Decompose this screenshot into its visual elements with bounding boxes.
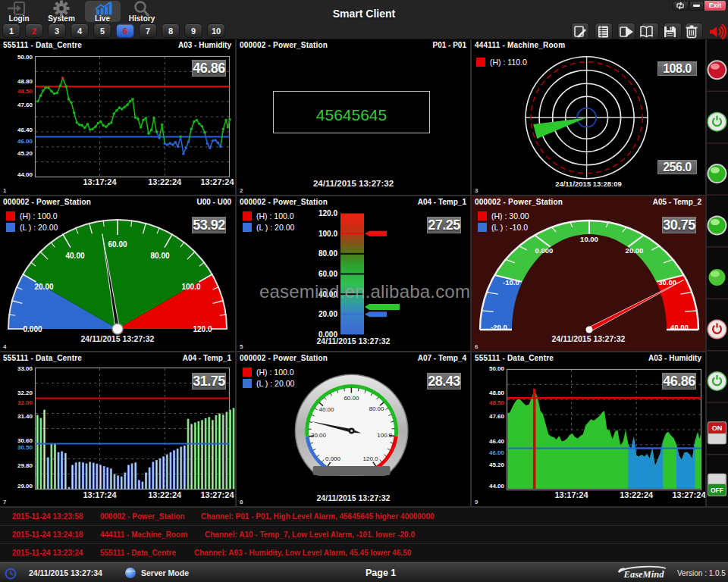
svg-text:48.50: 48.50	[489, 399, 505, 406]
svg-text:60.00: 60.00	[108, 240, 127, 249]
svg-text:60.00: 60.00	[318, 270, 337, 278]
svg-text:0.000: 0.000	[325, 455, 341, 462]
svg-text:20.00: 20.00	[34, 283, 53, 291]
svg-text:80.00: 80.00	[318, 249, 337, 258]
svg-text:13:27:24: 13:27:24	[200, 177, 234, 186]
svg-text:OFF: OFF	[711, 487, 723, 494]
svg-text:30.60: 30.60	[17, 437, 33, 444]
svg-text:47.60: 47.60	[17, 102, 33, 108]
svg-text:29.00: 29.00	[17, 483, 33, 490]
svg-text:47.60: 47.60	[489, 413, 505, 420]
svg-text:45.20: 45.20	[489, 462, 505, 468]
svg-text:50.00: 50.00	[489, 365, 505, 372]
svg-text:40.00: 40.00	[670, 323, 689, 331]
svg-text:44.00: 44.00	[17, 171, 33, 178]
svg-text:120.0: 120.0	[362, 455, 378, 462]
svg-text:13:22:24: 13:22:24	[148, 490, 182, 499]
svg-text:60.00: 60.00	[344, 395, 359, 402]
svg-text:10.00: 10.00	[580, 235, 598, 243]
svg-text:100.0: 100.0	[318, 230, 337, 238]
svg-text:48.80: 48.80	[17, 78, 33, 85]
svg-text:13:17:24: 13:17:24	[83, 490, 117, 499]
svg-text:13:22:24: 13:22:24	[148, 177, 182, 186]
svg-text:30.50: 30.50	[17, 444, 33, 451]
svg-text:32.00: 32.00	[17, 399, 33, 406]
svg-text:40.00: 40.00	[318, 406, 334, 413]
svg-text:44.00: 44.00	[489, 483, 505, 490]
svg-text:20.00: 20.00	[311, 432, 327, 439]
svg-text:31.40: 31.40	[17, 413, 33, 420]
svg-text:100.0: 100.0	[181, 283, 200, 291]
svg-text:0.000: 0.000	[535, 246, 554, 255]
svg-text:48.50: 48.50	[17, 88, 33, 95]
svg-text:50.00: 50.00	[17, 54, 33, 61]
svg-text:13:27:24: 13:27:24	[200, 490, 234, 499]
svg-text:32.20: 32.20	[17, 390, 33, 396]
svg-text:20.00: 20.00	[318, 310, 337, 318]
svg-text:0.000: 0.000	[23, 325, 42, 333]
svg-text:-20.0: -20.0	[491, 323, 507, 331]
svg-text:46.00: 46.00	[489, 449, 505, 456]
svg-text:ON: ON	[712, 424, 723, 432]
svg-text:40.00: 40.00	[65, 252, 84, 260]
svg-text:120.0: 120.0	[193, 325, 212, 333]
svg-text:80.00: 80.00	[369, 405, 384, 412]
svg-text:13:22:24: 13:22:24	[620, 490, 654, 499]
svg-text:-10.0: -10.0	[503, 278, 519, 286]
svg-text:100.0: 100.0	[377, 432, 393, 439]
svg-text:80.00: 80.00	[150, 252, 169, 260]
svg-text:13:17:24: 13:17:24	[554, 490, 588, 499]
svg-text:20.00: 20.00	[626, 246, 644, 255]
svg-text:46.40: 46.40	[489, 438, 505, 445]
svg-text:29.80: 29.80	[17, 462, 33, 469]
svg-text:46.40: 46.40	[17, 127, 33, 133]
svg-text:13:27:24: 13:27:24	[672, 490, 705, 499]
svg-text:45.20: 45.20	[17, 150, 33, 157]
svg-text:13:17:24: 13:17:24	[83, 177, 117, 186]
svg-text:48.80: 48.80	[489, 390, 505, 396]
svg-text:33.00: 33.00	[17, 365, 33, 372]
svg-text:EaseMind: EaseMind	[623, 569, 665, 580]
svg-text:46.00: 46.00	[17, 138, 33, 145]
svg-text:120.0: 120.0	[318, 209, 337, 217]
